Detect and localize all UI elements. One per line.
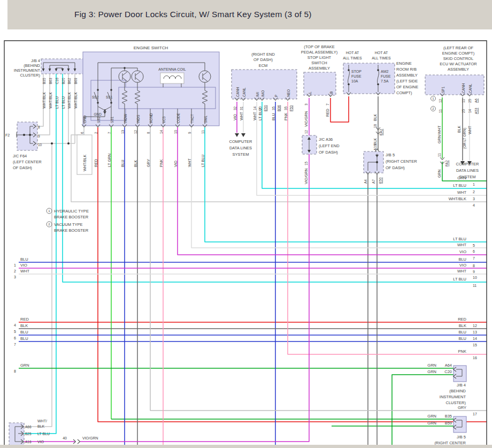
label-stop_light_switch-terminals-0-name: L (308, 92, 312, 94)
label-fuse_box-fuses-0-0: STOP (351, 70, 362, 73)
label-skid-terminals-1-nums-0: 11 (462, 99, 465, 103)
label-right_rows-4-num: 5 (473, 244, 475, 247)
label-right_rows-0-label: GRN (457, 176, 466, 180)
label-jc_f64-f2: F2 (5, 133, 10, 137)
label-ecm-terminals-4-code: B36 (277, 105, 281, 111)
label-bottom_left-terminals-2-wire-0: VIO (37, 440, 44, 444)
label-jb5_top-outs-1: A7 (372, 179, 375, 184)
label-right_rows-15-num: 16 (473, 356, 477, 360)
label-right_rows-13-label: BLU (458, 330, 466, 335)
label-jb5_top-title-1: (RIGHT CENTER (386, 159, 417, 164)
label-bottom_left-terminals-2-code: A16 (25, 440, 32, 444)
label-notes-1-lines-1: BRAKE BOOSTER (54, 228, 89, 233)
label-jb4_left-terminals-3-wire: LT BLU (62, 96, 65, 109)
label-am2_chain-wire1: BLK (373, 113, 377, 121)
label-skid-codes-1: A53 (474, 108, 478, 114)
label-notes-1-lines-0: VACUUM TYPE (54, 222, 82, 227)
label-right_rows-11-num: 12 (473, 324, 477, 328)
label-engine_switch-terminals-3-wire: BLU (121, 160, 125, 167)
jb4-left-box (41, 59, 83, 74)
label-engine_switch-terminals-2-wire: LT GRN (107, 154, 111, 167)
label-skid-terminals-1-name: CANH (462, 83, 465, 93)
label-engine_switch-terminals-3-num: 13 (121, 130, 125, 134)
label-bottom_left-terminals-0-wire-0: WHT/ (37, 419, 47, 423)
label-green_rows-3-code: B59 (445, 421, 452, 426)
label-jc_f64-terminals-1: 9 (38, 134, 40, 138)
label-ecm-computer-1: DATA LINES (229, 146, 252, 150)
label-skid-wires-1: BLK (457, 125, 461, 133)
resistor-subbox (119, 87, 216, 109)
label-ecm-location-0: (RIGHT END (251, 52, 275, 57)
label-ecm-name: ECM (259, 63, 268, 68)
label-am2_chain-conn_code: EA2 (379, 128, 383, 135)
label-right_rows-15-label: PNK (458, 349, 466, 354)
overlay-boxes (77, 135, 466, 432)
label-jc_a36-title-2: OF DASH) (319, 150, 338, 155)
label-stop_light_switch-terminals-0-num: 3 (304, 103, 308, 105)
label-green_rows-2-code: B35 (445, 414, 452, 419)
label-jb5_top-outs-0: A4 (364, 179, 367, 184)
label-ecm-terminals-2-num: 14 (253, 106, 257, 110)
label-right_rows-4-label: LT BLU (453, 237, 466, 241)
label-skid-codes-0: A6 (474, 98, 478, 103)
label-ecm-terminals-4-name: P (274, 95, 278, 97)
label-fuse_box-title-3: (LEFT SIDE (396, 79, 418, 83)
label-jc_a36-title-0: J/C A36 (319, 137, 333, 142)
label-jb4_left-terminals-1-wire: WHT/BLK (49, 92, 52, 109)
label-skid-marks-0: 1 (432, 97, 434, 100)
label-jb4_left-title-3: CLUSTER) (20, 73, 40, 78)
label-stop_light_switch-terminals-1-wire: RED (326, 109, 329, 117)
label-skid-terminals-0-nums-0: 12 (439, 98, 442, 103)
label-right_rows-10-num: 11 (473, 284, 476, 287)
label-jb5_top-title-0: J/B 5 (386, 153, 395, 157)
label-am2_chain-conn_num: 18 (373, 124, 377, 128)
label-engine_switch-terminals-6-wire: PNK (159, 159, 163, 167)
label-skid-marks-1: 2 (432, 107, 434, 110)
computer-data-arrows (235, 133, 472, 165)
label-right_rows-9-num: 10 (473, 276, 477, 279)
fuse-box (343, 63, 395, 94)
label-stop_light_switch-title-4: ASSEMBLY (309, 66, 330, 71)
label-ecm-terminals-0-name: CANH (236, 87, 240, 97)
label-skid-title-0: (LEFT REAR OF (443, 45, 474, 50)
label-right_rows-16-label: GRY (458, 405, 466, 410)
label-green_rows-0-wire: GRN (427, 363, 436, 368)
label-fuse_box-title-0: ENGINE (396, 61, 412, 66)
label-jb4_right-title-1: (BEHIND (449, 389, 466, 393)
label-right_rows-7-label: BLU (458, 257, 466, 262)
label-right_rows-14-num: 15 (473, 343, 477, 347)
label-ecm-terminals-1-num: 31 (240, 106, 243, 110)
label-ecm-computer-0: COMPUTER (229, 139, 253, 144)
label-right_rows-10-label: LT BLU (453, 277, 466, 282)
label-jb4_left-terminals-4-code: B62 (67, 78, 71, 84)
label-right_rows-2-label: WHT (457, 190, 466, 195)
label-stop_light_switch-title-3: SWITCH (311, 60, 327, 65)
label-right_rows-14-label: BLU (458, 336, 466, 341)
label-right_rows-1-num: 2 (473, 190, 475, 194)
label-ecm-terminals-2-name: IMI (256, 92, 259, 97)
label-skid-computer-0: COMPUTER (456, 162, 480, 166)
label-green_rows-0-code: A64 (445, 363, 452, 368)
label-skid-title-3: ECU W/ ACTUATOR (440, 62, 477, 66)
label-right_rows-3-num: 4 (473, 203, 475, 207)
label-ecm-terminals-3-code: E50 (264, 105, 267, 111)
label-jb4_left-terminals-3-code: B20 (62, 78, 65, 84)
label-jc_f64-title-1: (LEFT CENTER (13, 160, 42, 164)
label-jb4_left-title-0: J/B 4 (31, 58, 40, 63)
label-jb4_left-title-1: (BEHIND (24, 63, 40, 68)
label-jb5_right-title-0: J/B 5 (457, 435, 466, 439)
label-jb4_right-title-3: CLUSTER) (445, 400, 466, 405)
label-ecm-terminals-3-wire: LT BLU (258, 108, 262, 120)
label-engine_switch-terminals-8-num: 9 (188, 132, 191, 134)
label-ecm-terminals-4-wire: BLU (272, 113, 275, 120)
label-bottom_left-terminals-0-code: A66 (25, 425, 32, 429)
label-fuse_box-title-4: OF ENGINE (396, 85, 418, 89)
label-right_rows-0-num: 1 (473, 183, 475, 186)
label-jc_f64-terminals-2: 10 (38, 143, 42, 147)
bottom-strip (0, 445, 492, 448)
label-jb4_left-terminals-4-wire: WHT/BLK (67, 92, 71, 109)
label-jb4_right-title-0: J/B 4 (457, 383, 466, 388)
label-skid-conn-code: FA2 (445, 160, 449, 166)
label-skid-terminals-0-name: SP1 (441, 86, 445, 93)
label-ecm-computer-2: SYSTEM (233, 152, 249, 157)
